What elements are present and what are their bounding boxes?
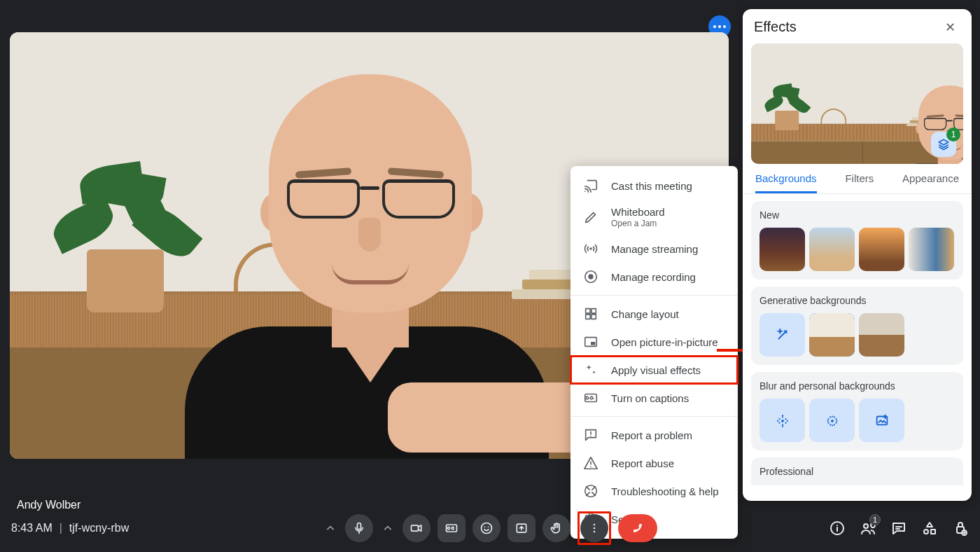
section-generative: Generative backgrounds <box>751 287 963 365</box>
svg-point-27 <box>924 530 928 534</box>
tab-backgrounds[interactable]: Backgrounds <box>755 172 817 193</box>
close-effects-button[interactable]: ✕ <box>939 20 960 35</box>
meeting-code: tjf-wcny-rbw <box>69 522 129 534</box>
captions-button[interactable] <box>438 514 465 542</box>
menu-captions[interactable]: Turn on captions <box>570 384 738 412</box>
svg-point-14 <box>781 420 784 422</box>
svg-point-23 <box>594 527 596 530</box>
record-icon <box>583 269 598 284</box>
menu-recording[interactable]: Manage recording <box>570 263 738 291</box>
svg-rect-28 <box>931 530 935 534</box>
tab-filters[interactable]: Filters <box>845 172 874 193</box>
svg-point-15 <box>831 420 834 422</box>
clock-label: 8:43 AM <box>11 522 52 534</box>
feedback-icon <box>583 427 598 443</box>
effects-panel: Effects ✕ 1 Backgrounds Filters Appeara <box>743 9 972 501</box>
leave-call-button[interactable] <box>618 514 657 542</box>
people-button[interactable]: 1 <box>860 520 876 537</box>
camera-options-chevron[interactable] <box>380 514 396 542</box>
chat-button[interactable] <box>890 520 907 537</box>
pencil-icon <box>583 209 598 225</box>
bg-thumb-selected[interactable] <box>809 313 855 357</box>
menu-report-abuse[interactable]: Report abuse <box>570 449 738 477</box>
raise-hand-button[interactable] <box>542 514 570 542</box>
generate-bg-button[interactable] <box>760 313 805 357</box>
svg-rect-18 <box>412 525 419 531</box>
svg-point-2 <box>588 274 593 279</box>
svg-point-0 <box>589 247 592 250</box>
svg-rect-8 <box>591 342 595 345</box>
mic-options-chevron[interactable] <box>323 514 338 542</box>
menu-layout[interactable]: Change layout <box>570 300 738 328</box>
bg-thumb[interactable] <box>859 313 904 357</box>
mic-button[interactable] <box>345 514 373 542</box>
svg-point-22 <box>594 524 596 526</box>
effects-count-badge: 1 <box>946 127 960 142</box>
people-count-badge: 1 <box>869 514 881 525</box>
cast-icon <box>583 178 598 193</box>
bg-thumb[interactable] <box>859 228 904 271</box>
effects-tabs: Backgrounds Filters Appearance <box>743 164 972 194</box>
meeting-details-button[interactable] <box>829 520 846 537</box>
menu-whiteboard[interactable]: WhiteboardOpen a Jam <box>570 200 738 235</box>
warning-icon <box>583 455 598 471</box>
menu-help[interactable]: Troubleshooting & help <box>570 477 738 505</box>
sparkle-icon <box>583 362 598 378</box>
menu-cast[interactable]: Cast this meeting <box>570 172 738 200</box>
svg-rect-17 <box>358 523 361 530</box>
bg-thumb[interactable] <box>760 228 805 271</box>
reactions-button[interactable] <box>472 514 500 542</box>
bottom-bar: 8:43 AM | tjf-wcny-rbw 1 <box>0 504 980 552</box>
section-new: New <box>751 201 963 280</box>
streaming-icon <box>583 241 598 256</box>
upload-bg-button[interactable] <box>859 399 904 442</box>
effects-title: Effects <box>754 19 797 35</box>
blur-strong-button[interactable] <box>809 399 855 442</box>
tab-appearance[interactable]: Appearance <box>902 172 959 193</box>
svg-rect-6 <box>592 315 596 319</box>
bg-thumb[interactable] <box>809 228 855 271</box>
pip-icon <box>583 334 598 350</box>
bg-thumb[interactable] <box>909 228 954 271</box>
activities-button[interactable] <box>921 520 938 537</box>
menu-report-problem[interactable]: Report a problem <box>570 421 738 449</box>
layout-icon <box>583 306 598 322</box>
effects-layers-button[interactable]: 1 <box>931 132 956 157</box>
present-button[interactable] <box>507 514 536 542</box>
svg-rect-4 <box>592 309 596 313</box>
more-options-highlight <box>578 511 611 545</box>
video-person <box>136 74 612 459</box>
menu-streaming[interactable]: Manage streaming <box>570 235 738 263</box>
section-professional: Professional <box>751 457 963 485</box>
more-options-button[interactable] <box>580 514 608 542</box>
svg-point-26 <box>864 524 868 528</box>
section-blur: Blur and personal backgrounds <box>751 372 963 450</box>
more-options-menu: Cast this meeting WhiteboardOpen a Jam M… <box>570 166 738 539</box>
host-controls-button[interactable] <box>952 520 969 537</box>
menu-visual-effects[interactable]: Apply visual effects <box>570 356 738 384</box>
svg-point-20 <box>482 523 492 534</box>
help-icon <box>583 483 598 499</box>
svg-rect-5 <box>586 315 590 319</box>
captions-icon <box>583 390 598 406</box>
menu-pip[interactable]: Open picture-in-picture <box>570 328 738 356</box>
camera-button[interactable] <box>402 514 430 542</box>
svg-point-24 <box>594 531 596 533</box>
blur-light-button[interactable] <box>760 399 805 442</box>
svg-rect-3 <box>586 309 590 313</box>
effects-preview: 1 <box>751 43 963 164</box>
